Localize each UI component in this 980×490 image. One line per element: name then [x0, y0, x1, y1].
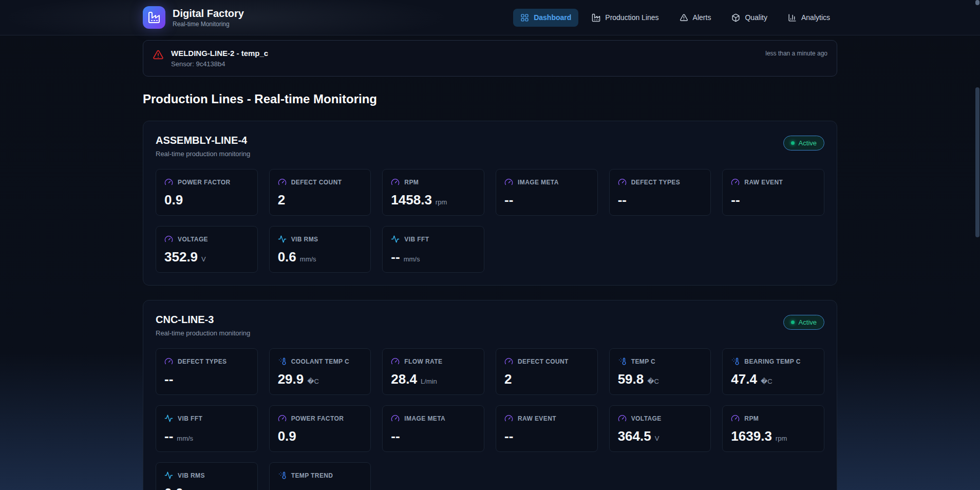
outer-scrollbar-thumb[interactable]: [975, 0, 979, 5]
metric-value: 59.8: [618, 372, 644, 386]
metric-value: --: [391, 250, 400, 263]
top-nav: Digital Factory Real-time Monitoring Das…: [0, 0, 980, 35]
brand[interactable]: Digital Factory Real-time Monitoring: [143, 6, 244, 29]
gauge-icon: [618, 414, 627, 423]
metric-label: RPM: [744, 415, 759, 422]
metric-label: RAW EVENT: [744, 179, 783, 186]
nav-label: Quality: [745, 13, 767, 22]
nav-item-quality[interactable]: Quality: [724, 9, 775, 27]
scrollbar-thumb[interactable]: [975, 87, 979, 237]
nav-item-dashboard[interactable]: Dashboard: [513, 9, 578, 27]
line-subtitle: Real-time production monitoring: [156, 150, 250, 158]
metric-label: VOLTAGE: [178, 236, 208, 243]
nav-label: Alerts: [693, 13, 711, 22]
gauge-icon: [164, 235, 173, 243]
status-dot-icon: [791, 321, 795, 324]
metric-label: DEFECT TYPES: [631, 179, 680, 186]
metric-label: RPM: [404, 179, 419, 186]
metrics-grid: DEFECT TYPES -- COOLANT TEMP C 29.9�C FL…: [156, 348, 824, 490]
activity-icon: [164, 414, 173, 423]
factory-icon: [592, 13, 600, 22]
metric-unit: mm/s: [177, 435, 193, 442]
metric-tile-vib-rms: VIB RMS 0.6: [156, 462, 258, 490]
metric-value: --: [504, 429, 513, 443]
metric-unit: rpm: [776, 435, 787, 442]
status-label: Active: [799, 318, 817, 326]
thermometer-icon: [731, 357, 740, 366]
status-badge: Active: [783, 136, 824, 150]
metric-unit: �C: [647, 378, 659, 385]
metric-unit: mm/s: [404, 255, 420, 263]
main-content: WELDING-LINE-2 - temp_c Sensor: 9c4138b4…: [143, 40, 837, 490]
bar-chart-icon: [788, 13, 797, 22]
alert-sensor: Sensor: 9c4138b4: [171, 60, 758, 68]
metric-tile-defect-count: DEFECT COUNT 2: [269, 169, 371, 216]
nav-item-production-lines[interactable]: Production Lines: [585, 9, 666, 27]
metric-label: FLOW RATE: [404, 358, 442, 365]
metric-unit: �C: [761, 378, 772, 385]
gauge-icon: [391, 414, 400, 423]
metric-value: --: [164, 429, 173, 443]
metric-unit: mm/s: [300, 255, 316, 263]
alert-timestamp: less than a minute ago: [765, 50, 827, 57]
app-subtitle: Real-time Monitoring: [173, 21, 244, 28]
gauge-icon: [504, 178, 513, 186]
metric-tile-flow-rate: FLOW RATE 28.4L/min: [382, 348, 484, 395]
metric-value: 2: [504, 372, 512, 386]
metric-label: TEMP C: [631, 358, 656, 365]
metric-value: 364.5: [618, 429, 651, 443]
gauge-icon: [618, 178, 627, 186]
metric-label: BEARING TEMP C: [744, 358, 800, 365]
metric-value: --: [618, 193, 627, 206]
metric-tile-voltage: VOLTAGE 364.5V: [609, 405, 711, 452]
metric-tile-defect-count: DEFECT COUNT 2: [496, 348, 598, 395]
gauge-icon: [391, 178, 400, 186]
metric-tile-rpm: RPM 1639.3rpm: [722, 405, 824, 452]
line-card-titles: ASSEMBLY-LINE-4 Real-time production mon…: [156, 135, 250, 158]
metric-label: VIB RMS: [178, 472, 205, 479]
alert-banner[interactable]: WELDING-LINE-2 - temp_c Sensor: 9c4138b4…: [143, 40, 837, 77]
brand-text: Digital Factory Real-time Monitoring: [173, 8, 244, 28]
status-dot-icon: [791, 141, 795, 145]
metric-unit: V: [201, 255, 206, 263]
status-label: Active: [799, 139, 817, 147]
metric-value: 47.4: [731, 372, 757, 386]
metrics-grid: POWER FACTOR 0.9 DEFECT COUNT 2 RPM 1458…: [156, 169, 824, 273]
metric-value: --: [164, 372, 173, 386]
nav-item-alerts[interactable]: Alerts: [672, 9, 719, 27]
status-badge: Active: [783, 315, 824, 330]
nav-label: Dashboard: [534, 13, 571, 22]
line-card-titles: CNC-LINE-3 Real-time production monitori…: [156, 314, 250, 337]
metric-unit: �C: [307, 378, 319, 385]
metric-tile-image-meta: IMAGE META --: [382, 405, 484, 452]
metric-label: IMAGE META: [404, 415, 445, 422]
thermometer-icon: [278, 471, 287, 480]
app-logo: [143, 6, 165, 29]
nav-item-analytics[interactable]: Analytics: [781, 9, 837, 27]
metric-value: 352.9: [164, 250, 198, 263]
metric-tile-power-factor: POWER FACTOR 0.9: [269, 405, 371, 452]
metric-tile-raw-event: RAW EVENT --: [496, 405, 598, 452]
metric-tile-defect-types: DEFECT TYPES --: [156, 348, 258, 395]
metric-tile-temp-trend: TEMP TREND: [269, 462, 371, 490]
metric-unit: rpm: [436, 198, 447, 206]
activity-icon: [164, 471, 173, 480]
metric-label: IMAGE META: [518, 179, 559, 186]
metric-value: 29.9: [278, 372, 304, 386]
metric-label: VIB FFT: [404, 236, 429, 243]
metric-label: VIB RMS: [291, 236, 318, 243]
metric-tile-temp-c: TEMP C 59.8�C: [609, 348, 711, 395]
metric-value: --: [504, 193, 513, 206]
line-card-assembly-line-4: ASSEMBLY-LINE-4 Real-time production mon…: [143, 121, 837, 286]
activity-icon: [391, 235, 400, 243]
metric-label: POWER FACTOR: [178, 179, 231, 186]
page-title: Production Lines - Real-time Monitoring: [143, 92, 837, 106]
metric-value: 28.4: [391, 372, 417, 386]
scrollbar-track[interactable]: [975, 0, 979, 490]
gauge-icon: [504, 357, 513, 366]
metric-label: COOLANT TEMP C: [291, 358, 349, 365]
gauge-icon: [504, 414, 513, 423]
warning-triangle-icon: [680, 13, 688, 22]
metric-tile-coolant-temp-c: COOLANT TEMP C 29.9�C: [269, 348, 371, 395]
nav-label: Analytics: [801, 13, 830, 22]
